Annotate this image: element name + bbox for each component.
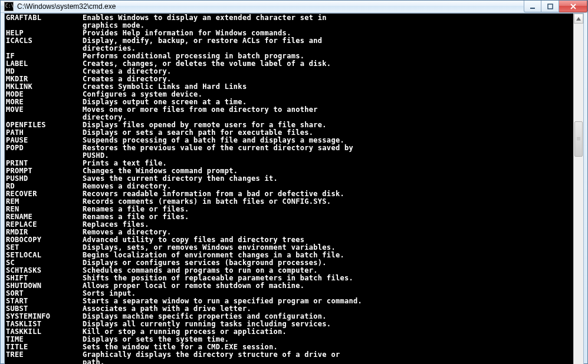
command-name: TREE [6, 351, 83, 359]
close-icon [570, 4, 577, 9]
scroll-thumb[interactable] [574, 121, 583, 157]
window-buttons [524, 1, 587, 12]
command-name: POPD [6, 144, 83, 152]
command-name: GRAFTABL [6, 14, 83, 22]
command-name: MOVE [6, 106, 83, 114]
command-name [6, 359, 83, 364]
command-description: path. [83, 359, 572, 364]
minimize-icon [530, 4, 536, 9]
command-name: ICACLS [6, 37, 83, 45]
cmd-app-icon [4, 2, 14, 11]
command-name [6, 45, 83, 52]
scroll-up-button[interactable] [574, 14, 583, 24]
command-name: LABEL [6, 60, 83, 68]
command-description: Graphically displays the directory struc… [83, 351, 572, 359]
app-window: C:\Windows\system32\cmd.exe GRAFTABLEnab… [0, 0, 588, 364]
command-description: Allows proper local or remote shutdown o… [83, 282, 572, 290]
command-description: Restores the previous value of the curre… [83, 144, 572, 152]
svg-rect-0 [530, 8, 535, 9]
titlebar[interactable]: C:\Windows\system32\cmd.exe [1, 1, 587, 13]
command-name: SETLOCAL [6, 252, 83, 259]
console-output[interactable]: GRAFTABLEnables Windows to display an ex… [5, 14, 573, 364]
minimize-button[interactable] [524, 1, 541, 12]
scroll-track[interactable] [574, 24, 583, 364]
svg-rect-1 [548, 4, 553, 9]
help-line: path. [6, 359, 572, 364]
command-description: Enables Windows to display an extended c… [83, 14, 572, 22]
window-title: C:\Windows\system32\cmd.exe [17, 2, 524, 11]
command-name: PUSHD [6, 175, 83, 183]
command-description: Moves one or more files from one directo… [83, 106, 572, 114]
close-button[interactable] [559, 1, 587, 12]
maximize-icon [547, 4, 553, 9]
vertical-scrollbar[interactable] [573, 14, 583, 364]
chevron-up-icon [576, 17, 581, 21]
command-description: Renames a file or files. [83, 213, 572, 221]
client-area: GRAFTABLEnables Windows to display an ex… [4, 13, 584, 364]
command-description: Display, modify, backup, or restore ACLs… [83, 37, 572, 45]
maximize-button[interactable] [541, 1, 559, 12]
